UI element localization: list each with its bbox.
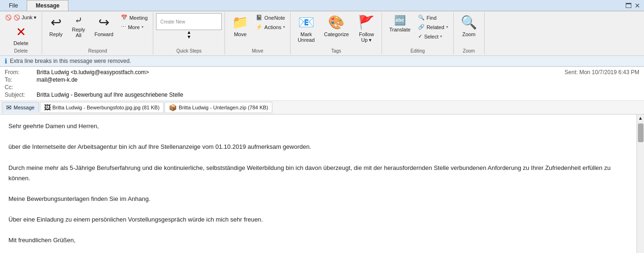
- scroll-thumb[interactable]: [638, 123, 644, 142]
- respond-group-label: Respond: [88, 48, 107, 54]
- reply-all-button[interactable]: ⤶ ReplyAll: [67, 13, 89, 39]
- related-button[interactable]: 🔗 Related ▾: [416, 23, 450, 31]
- ribbon-group-respond-inner: ↩ Reply ⤶ ReplyAll ↪ Forward 📅 Meeting ⋯…: [45, 13, 150, 47]
- quick-steps-arrows: ▲ ▼: [156, 30, 222, 39]
- more-icon: ⋯: [121, 24, 126, 30]
- select-button[interactable]: ✓ Select ▾: [416, 32, 450, 41]
- to-value: mail@etem-k.de: [37, 77, 78, 83]
- attach-tab-message-label: Message: [14, 105, 35, 110]
- body-paragraph-1: [8, 131, 628, 142]
- translate-icon: 🔤: [394, 15, 406, 26]
- attach-tab-message[interactable]: ✉ Message: [2, 102, 39, 113]
- info-message: Extra line breaks in this message were r…: [10, 58, 131, 64]
- quicksteps-group-label: Quick Steps: [176, 48, 202, 54]
- body-paragraph-6: Meine Bewerbungsunterlagen finden Sie im…: [8, 194, 628, 204]
- related-icon: 🔗: [418, 24, 425, 30]
- tab-bar: File Message 🗖 ✕: [0, 0, 644, 11]
- close-button[interactable]: ✕: [635, 2, 640, 9]
- categorize-icon: 🎨: [328, 15, 344, 31]
- junk-delete-col: 🚫 🚫 Junk ▾ ✕ Delete: [3, 13, 39, 47]
- onenote-button[interactable]: 📓 OneNote: [254, 13, 287, 22]
- move-extra-col: 📓 OneNote ⚡ Actions ▾: [254, 13, 287, 31]
- actions-button[interactable]: ⚡ Actions ▾: [254, 23, 287, 31]
- ribbon-group-quicksteps-inner: Create New ▲ ▼: [156, 13, 222, 47]
- attachment-tabs: ✉ Message 🖼 Britta Ludwig - Bewerbungsfo…: [0, 101, 644, 115]
- ribbon-group-respond: ↩ Reply ⤶ ReplyAll ↪ Forward 📅 Meeting ⋯…: [42, 12, 153, 54]
- scroll-up-button[interactable]: ▲: [637, 115, 644, 122]
- email-body-wrapper: Sehr geehrte Damen und Herren, über die …: [0, 115, 644, 253]
- ribbon-group-zoom-inner: 🔍 Zoom: [457, 13, 481, 47]
- sent-label: Sent:: [565, 69, 578, 76]
- forward-button[interactable]: ↪ Forward: [90, 13, 118, 38]
- body-paragraph-11: [8, 245, 628, 253]
- select-icon: ✓: [418, 33, 422, 39]
- junk-button[interactable]: 🚫 🚫 Junk ▾: [3, 13, 39, 22]
- attach-tab-zip-label: Britta Ludwig - Unterlagen.zip (784 KB): [179, 105, 268, 110]
- delete-button[interactable]: ✕ Delete: [3, 23, 39, 47]
- body-paragraph-9: [8, 225, 628, 235]
- tab-file[interactable]: File: [0, 0, 27, 11]
- delete-icon: ✕: [16, 25, 26, 39]
- attach-tab-photo-label: Britta Ludwig - Bewerbungsfoto.jpg.jpg (…: [52, 105, 160, 110]
- sent-info: Sent: Mon 10/7/2019 6:43 PM: [565, 69, 639, 76]
- actions-icon: ⚡: [256, 24, 262, 30]
- scrollbar[interactable]: ▲ ▼: [637, 115, 644, 253]
- subject-label: Subject:: [5, 92, 33, 98]
- forward-icon: ↪: [98, 15, 109, 31]
- attach-tab-photo[interactable]: 🖼 Britta Ludwig - Bewerbungsfoto.jpg.jpg…: [40, 102, 164, 113]
- sent-value: Mon 10/7/2019 6:43 PM: [579, 69, 639, 76]
- related-dropdown-arrow: ▾: [446, 25, 448, 29]
- quick-steps-box: Create New: [156, 13, 222, 30]
- mark-unread-button[interactable]: 📧 MarkUnread: [293, 13, 319, 44]
- from-value: Britta Ludwig <b.ludwig@easypostfach.com…: [37, 69, 149, 76]
- respond-extra-col: 📅 Meeting ⋯ More ▾: [119, 13, 150, 31]
- delete-group-label: Delete: [14, 48, 28, 54]
- translate-button[interactable]: 🔤 Translate: [385, 13, 414, 34]
- junk-icon: 🚫: [5, 15, 12, 21]
- body-paragraph-10: Mit freundlichen Grüßen,: [8, 235, 628, 245]
- ribbon-group-move: 📁 Move 📓 OneNote ⚡ Actions ▾ Move: [225, 12, 291, 54]
- quick-steps-area: Create New ▲ ▼: [156, 13, 222, 39]
- ribbon-group-move-inner: 📁 Move 📓 OneNote ⚡ Actions ▾: [228, 13, 287, 47]
- ribbon-group-quicksteps: Create New ▲ ▼ Quick Steps: [153, 12, 225, 54]
- actions-dropdown-arrow: ▾: [283, 25, 285, 29]
- subject-value: Britta Ludwig - Bewerbung auf Ihre ausge…: [37, 92, 183, 98]
- zoom-icon: 🔍: [461, 15, 477, 31]
- message-attach-icon: ✉: [6, 104, 12, 111]
- body-paragraph-5: [8, 184, 628, 194]
- ribbon-group-editing-inner: 🔤 Translate 🔍 Find 🔗 Related ▾ ✓ Select …: [385, 13, 450, 47]
- more-button[interactable]: ⋯ More ▾: [119, 23, 150, 31]
- attach-tab-zip[interactable]: 📦 Britta Ludwig - Unterlagen.zip (784 KB…: [165, 102, 272, 113]
- editing-extra-col: 🔍 Find 🔗 Related ▾ ✓ Select ▾: [416, 13, 450, 41]
- mark-unread-icon: 📧: [298, 15, 315, 31]
- body-paragraph-3: [8, 152, 628, 162]
- info-icon: ℹ: [5, 57, 7, 65]
- body-paragraph-8: Über eine Einladung zu einem persönliche…: [8, 215, 628, 225]
- email-body: Sehr geehrte Damen und Herren, über die …: [0, 115, 637, 253]
- body-paragraph-2: über die Internetseite der Arbeitsagentu…: [8, 142, 628, 152]
- tab-message[interactable]: Message: [27, 0, 68, 11]
- quick-steps-down-button[interactable]: ▼: [156, 35, 222, 39]
- ribbon-group-editing: 🔤 Translate 🔍 Find 🔗 Related ▾ ✓ Select …: [382, 12, 453, 54]
- reply-button[interactable]: ↩ Reply: [45, 13, 67, 38]
- zoom-button[interactable]: 🔍 Zoom: [457, 13, 481, 38]
- move-button[interactable]: 📁 Move: [228, 13, 253, 38]
- tags-group-label: Tags: [331, 48, 341, 54]
- find-button[interactable]: 🔍 Find: [416, 13, 450, 22]
- more-dropdown-arrow: ▾: [142, 25, 143, 29]
- move-icon: 📁: [232, 15, 248, 31]
- meeting-icon: 📅: [121, 15, 127, 21]
- editing-group-label: Editing: [411, 48, 425, 54]
- to-row: To: mail@etem-k.de: [5, 76, 639, 84]
- categorize-button[interactable]: 🎨 Categorize: [320, 13, 353, 38]
- from-row: From: Britta Ludwig <b.ludwig@easypostfa…: [5, 69, 639, 76]
- select-dropdown-arrow: ▾: [440, 34, 442, 38]
- ribbon-group-zoom: 🔍 Zoom Zoom: [454, 12, 485, 54]
- restore-button[interactable]: 🗖: [625, 2, 632, 9]
- subject-row: Subject: Britta Ludwig - Bewerbung auf I…: [5, 91, 639, 99]
- to-label: To:: [5, 77, 33, 83]
- body-paragraph-4: Durch meine mehr als 5-Jährige Berufserf…: [8, 163, 628, 184]
- meeting-button[interactable]: 📅 Meeting: [119, 13, 150, 22]
- follow-up-button[interactable]: 🚩 FollowUp ▾: [354, 13, 379, 45]
- onenote-icon: 📓: [256, 15, 262, 21]
